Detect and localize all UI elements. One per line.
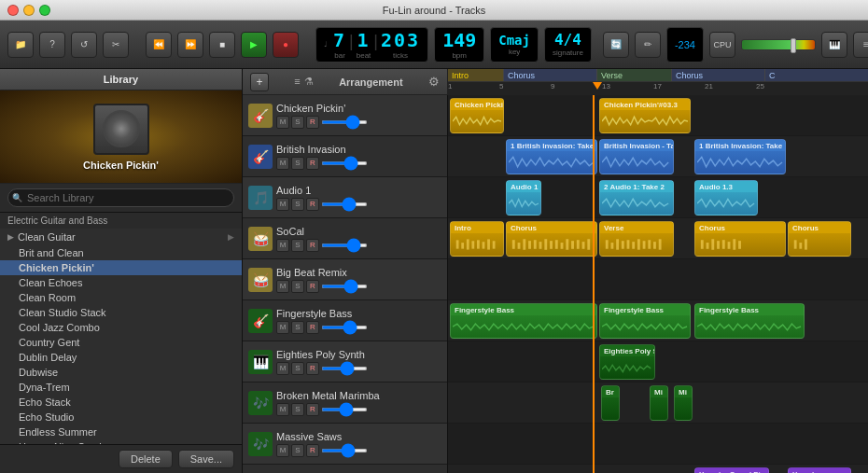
track-record-btn-5[interactable]: R: [306, 280, 319, 293]
track-solo-btn-5[interactable]: S: [291, 280, 304, 293]
forward-button[interactable]: ⏩: [177, 32, 203, 58]
clip-fingerstyle-intro-chorus[interactable]: Fingerstyle Bass: [450, 303, 597, 339]
track-mute-btn-9[interactable]: M: [276, 444, 289, 457]
time-sig-display[interactable]: 4/4 signature: [544, 27, 592, 63]
clip-socal-chorus3[interactable]: Chorus: [788, 221, 851, 257]
clip-chicken-pickin-chorus2[interactable]: Chicken Pickin'#03.3: [599, 98, 691, 133]
scissors-button[interactable]: ✂: [103, 32, 129, 58]
volume-handle[interactable]: [791, 38, 796, 53]
clip-british-invasion-1[interactable]: 1 British Invasion: Take 1: [506, 139, 597, 174]
track-solo-btn-1[interactable]: S: [291, 116, 304, 129]
maximize-button[interactable]: [39, 5, 50, 16]
add-track-button[interactable]: +: [250, 73, 269, 91]
clip-yamaha-2[interactable]: Yamaha: [788, 467, 851, 473]
track-volume-8[interactable]: [321, 408, 368, 411]
track-volume-5[interactable]: [321, 285, 368, 288]
track-solo-btn-9[interactable]: S: [291, 444, 304, 457]
track-record-btn-2[interactable]: R: [306, 157, 319, 170]
sidebar-item-clean-guitar[interactable]: ▶ Clean Guitar ▶: [0, 229, 242, 245]
clip-british-invasion-2[interactable]: British Invasion - Take 5: [599, 139, 674, 174]
arrangement-settings-icon[interactable]: ⚙: [428, 75, 440, 89]
list-icon[interactable]: ≡: [294, 76, 300, 88]
volume-bar[interactable]: [741, 39, 816, 50]
clip-british-invasion-3[interactable]: 1 British Invasion: Take 1: [694, 139, 786, 174]
track-solo-btn-8[interactable]: S: [291, 403, 304, 416]
master-volume[interactable]: [741, 39, 816, 50]
track-mute-btn-5[interactable]: M: [276, 280, 289, 293]
list-item-clean-studio-stack[interactable]: Clean Studio Stack: [0, 305, 242, 320]
list-item-brit-and-clean[interactable]: Brit and Clean: [0, 245, 242, 260]
stop-button[interactable]: ■: [209, 32, 235, 58]
list-item-country-gent[interactable]: Country Gent: [0, 335, 242, 350]
clip-fingerstyle-chorus2[interactable]: Fingerstyle Bass: [694, 303, 805, 339]
list-item-chicken-pickin[interactable]: Chicken Pickin': [0, 260, 242, 275]
track-solo-btn-7[interactable]: S: [291, 362, 304, 375]
sync-button[interactable]: 🔄: [603, 32, 629, 58]
rewind-button[interactable]: ⏪: [146, 32, 172, 58]
loop-button[interactable]: ↺: [71, 32, 97, 58]
list-item-endless-summer[interactable]: Endless Summer: [0, 424, 242, 439]
track-mute-btn-7[interactable]: M: [276, 362, 289, 375]
save-button[interactable]: Save...: [178, 450, 234, 468]
pencil-button[interactable]: ✏: [635, 32, 661, 58]
track-volume-4[interactable]: [321, 243, 368, 247]
track-volume-7[interactable]: [321, 367, 368, 370]
list-item-dubwise[interactable]: Dubwise: [0, 365, 242, 380]
play-button[interactable]: ▶: [241, 32, 267, 58]
mixer-button[interactable]: ≡: [853, 32, 868, 58]
record-button[interactable]: ●: [273, 32, 299, 58]
list-item-dublin-delay[interactable]: Dublin Delay: [0, 350, 242, 365]
clip-broken-metal-1[interactable]: Br: [601, 385, 620, 421]
list-item-echo-studio[interactable]: Echo Studio: [0, 410, 242, 424]
track-mute-btn-1[interactable]: M: [276, 116, 289, 129]
track-solo-btn-3[interactable]: S: [291, 198, 304, 211]
track-solo-btn-4[interactable]: S: [291, 239, 304, 252]
track-record-btn-7[interactable]: R: [306, 362, 319, 375]
clip-socal-chorus2[interactable]: Chorus: [694, 221, 786, 257]
clip-fingerstyle-verse[interactable]: Fingerstyle Bass: [599, 303, 691, 339]
track-record-btn-9[interactable]: R: [306, 444, 319, 457]
filter-icon[interactable]: ⚗: [304, 76, 314, 88]
zoom-display[interactable]: -234: [666, 27, 704, 63]
track-volume-3[interactable]: [321, 202, 368, 206]
clip-broken-metal-3[interactable]: Mi: [674, 385, 693, 421]
close-button[interactable]: [7, 5, 19, 16]
clip-chicken-pickin-intro[interactable]: Chicken Pickin'#03.3: [450, 98, 504, 133]
clip-audio-1a[interactable]: Audio 1: [506, 180, 541, 216]
clip-socal-intro[interactable]: Intro: [450, 221, 504, 257]
track-volume-1[interactable]: [321, 120, 368, 124]
key-display[interactable]: Cmaj key: [490, 27, 539, 63]
track-mute-btn-6[interactable]: M: [276, 321, 289, 334]
help-button[interactable]: ?: [39, 32, 65, 58]
track-solo-btn-6[interactable]: S: [291, 321, 304, 334]
list-item-clean-room[interactable]: Clean Room: [0, 290, 242, 305]
track-mute-btn-2[interactable]: M: [276, 157, 289, 170]
list-item-dyna-trem[interactable]: Dyna-Trem: [0, 380, 242, 395]
clip-broken-metal-2[interactable]: Mi: [650, 385, 668, 421]
import-button[interactable]: 📁: [7, 32, 34, 58]
instrument-preview[interactable]: Chicken Pickin': [0, 90, 242, 184]
track-volume-9[interactable]: [321, 449, 368, 452]
position-display[interactable]: ♩ 7 bar | 1 beat | 203 ticks: [315, 27, 428, 63]
search-input[interactable]: [7, 188, 234, 207]
list-item-echo-stack[interactable]: Echo Stack: [0, 395, 242, 410]
track-record-btn-6[interactable]: R: [306, 321, 319, 334]
list-item-cool-jazz-combo[interactable]: Cool Jazz Combo: [0, 320, 242, 335]
tempo-display[interactable]: 149 bpm: [434, 27, 484, 63]
track-mute-btn-4[interactable]: M: [276, 239, 289, 252]
clip-audio-1c[interactable]: Audio 1.3: [694, 180, 758, 216]
track-solo-btn-2[interactable]: S: [291, 157, 304, 170]
track-mute-btn-3[interactable]: M: [276, 198, 289, 211]
piano-button[interactable]: 🎹: [821, 32, 847, 58]
track-mute-btn-8[interactable]: M: [276, 403, 289, 416]
list-item-clean-echoes[interactable]: Clean Echoes: [0, 275, 242, 290]
delete-button[interactable]: Delete: [119, 450, 173, 468]
clip-socal-verse[interactable]: Verse: [599, 221, 674, 257]
timeline-body[interactable]: Chicken Pickin'#03.3 Chicken Pickin'#03.…: [448, 95, 868, 473]
cpu-button[interactable]: CPU: [709, 32, 735, 58]
clip-yamaha-1[interactable]: Yamaha Grand Piano: [694, 467, 769, 473]
clip-audio-1b[interactable]: 2 Audio 1: Take 2: [599, 180, 674, 216]
track-record-btn-3[interactable]: R: [306, 198, 319, 211]
minimize-button[interactable]: [23, 5, 35, 16]
track-volume-6[interactable]: [321, 326, 368, 329]
